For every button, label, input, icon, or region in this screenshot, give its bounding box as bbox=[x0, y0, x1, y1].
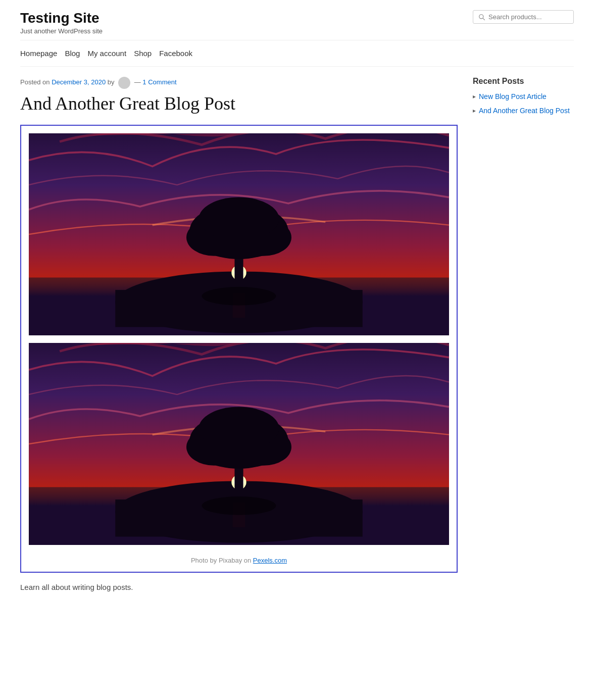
post-date-link[interactable]: December 3, 2020 bbox=[52, 78, 106, 86]
post-image-1-container bbox=[29, 133, 449, 335]
svg-point-16 bbox=[202, 287, 276, 306]
caption-text: Photo by Pixabay on bbox=[191, 557, 251, 564]
caption-link[interactable]: Pexels.com bbox=[253, 557, 287, 564]
svg-point-29 bbox=[199, 407, 279, 451]
post-image-2-container bbox=[29, 343, 449, 545]
site-header: Testing Site Just another WordPress site bbox=[20, 10, 574, 40]
comment-link[interactable]: 1 Comment bbox=[142, 78, 176, 86]
nav-item-shop: Shop bbox=[134, 46, 159, 60]
recent-post-item-1: New Blog Post Article bbox=[473, 92, 574, 101]
recent-post-link-1[interactable]: New Blog Post Article bbox=[479, 92, 547, 101]
svg-point-31 bbox=[202, 496, 276, 515]
nav-item-myaccount: My account bbox=[87, 46, 134, 60]
recent-post-item-2: And Another Great Blog Post bbox=[473, 106, 574, 115]
svg-point-0 bbox=[479, 14, 483, 18]
nav-item-blog: Blog bbox=[65, 46, 87, 60]
nav-link-shop[interactable]: Shop bbox=[134, 46, 159, 60]
svg-point-14 bbox=[199, 197, 279, 241]
nav-link-myaccount[interactable]: My account bbox=[87, 46, 134, 60]
post-title: And Another Great Blog Post bbox=[20, 93, 458, 115]
posted-on-label: Posted on bbox=[20, 78, 50, 86]
recent-posts-title: Recent Posts bbox=[473, 77, 574, 86]
nav-item-facebook: Facebook bbox=[159, 46, 200, 60]
author-avatar bbox=[118, 77, 130, 89]
nav-item-homepage: Homepage bbox=[20, 46, 65, 60]
site-nav: Homepage Blog My account Shop Facebook bbox=[20, 40, 574, 67]
site-title: Testing Site bbox=[20, 10, 103, 26]
search-box[interactable] bbox=[473, 10, 574, 24]
nav-link-homepage[interactable]: Homepage bbox=[20, 46, 65, 60]
site-branding: Testing Site Just another WordPress site bbox=[20, 10, 103, 35]
post-excerpt: Learn all about writing blog posts. bbox=[20, 583, 458, 591]
sidebar: Recent Posts New Blog Post Article And A… bbox=[473, 77, 574, 591]
svg-line-1 bbox=[483, 18, 485, 20]
post-meta: Posted on December 3, 2020 by — 1 Commen… bbox=[20, 77, 458, 89]
content-area: Posted on December 3, 2020 by — 1 Commen… bbox=[20, 77, 458, 591]
comment-dash: — bbox=[134, 78, 143, 86]
post-image-2 bbox=[29, 343, 449, 545]
image-caption: Photo by Pixabay on Pexels.com bbox=[29, 553, 449, 564]
recent-posts-list: New Blog Post Article And Another Great … bbox=[473, 92, 574, 115]
main-layout: Posted on December 3, 2020 by — 1 Commen… bbox=[20, 77, 574, 591]
post-image-1 bbox=[29, 133, 449, 335]
by-label: by bbox=[108, 78, 116, 86]
nav-link-facebook[interactable]: Facebook bbox=[159, 46, 200, 60]
site-tagline: Just another WordPress site bbox=[20, 27, 103, 35]
nav-list: Homepage Blog My account Shop Facebook bbox=[20, 46, 574, 60]
search-icon bbox=[478, 14, 485, 21]
nav-link-blog[interactable]: Blog bbox=[65, 46, 87, 60]
post-content-bordered: Photo by Pixabay on Pexels.com bbox=[20, 125, 458, 573]
recent-post-link-2[interactable]: And Another Great Blog Post bbox=[479, 106, 570, 115]
search-input[interactable] bbox=[488, 13, 568, 21]
